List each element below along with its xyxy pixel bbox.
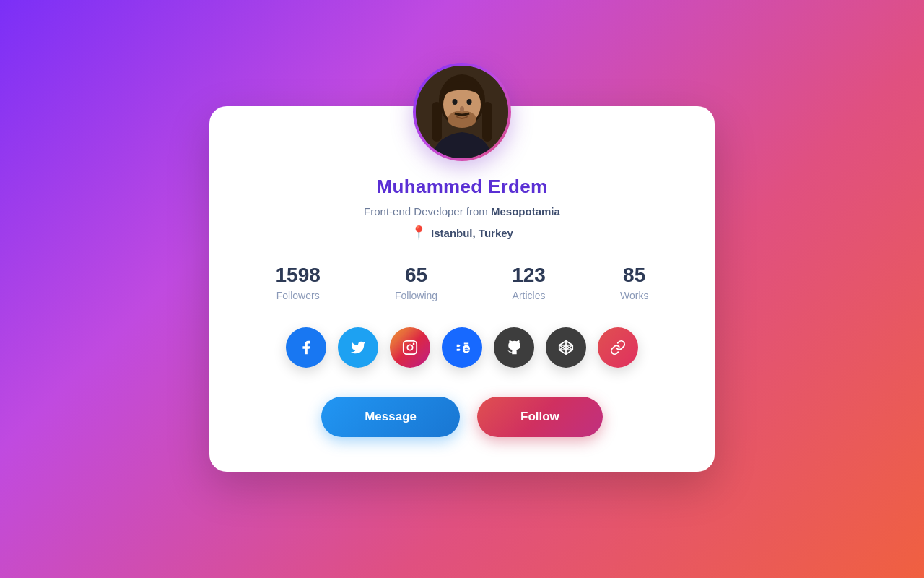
svg-point-6 bbox=[453, 99, 458, 105]
svg-rect-3 bbox=[482, 102, 492, 142]
codepen-button[interactable] bbox=[546, 327, 586, 368]
user-name: Muhammed Erdem bbox=[377, 176, 548, 198]
facebook-button[interactable] bbox=[286, 327, 326, 368]
message-button[interactable]: Message bbox=[321, 397, 460, 437]
svg-rect-9 bbox=[404, 341, 417, 354]
stat-articles: 123 Articles bbox=[512, 264, 546, 301]
avatar-wrapper bbox=[413, 63, 511, 161]
user-tagline: Front-end Developer from Mesopotamia bbox=[364, 205, 560, 217]
svg-point-8 bbox=[460, 106, 464, 112]
svg-point-11 bbox=[413, 343, 415, 345]
instagram-button[interactable] bbox=[390, 327, 430, 368]
profile-card: Muhammed Erdem Front-end Developer from … bbox=[209, 106, 715, 472]
svg-point-7 bbox=[467, 99, 472, 105]
link-button[interactable] bbox=[598, 327, 638, 368]
avatar bbox=[416, 66, 508, 158]
github-button[interactable] bbox=[494, 327, 534, 368]
user-location: 📍 Istanbul, Turkey bbox=[411, 225, 513, 241]
action-buttons: Message Follow bbox=[321, 397, 603, 437]
behance-button[interactable] bbox=[442, 327, 482, 368]
social-links bbox=[286, 327, 638, 368]
stat-following: 65 Following bbox=[395, 264, 437, 301]
stat-works: 85 Works bbox=[620, 264, 648, 301]
follow-button[interactable]: Follow bbox=[477, 397, 603, 437]
twitter-button[interactable] bbox=[338, 327, 378, 368]
stats-row: 1598 Followers 65 Following 123 Articles… bbox=[209, 264, 715, 301]
svg-point-10 bbox=[407, 345, 412, 350]
stat-followers: 1598 Followers bbox=[276, 264, 321, 301]
location-icon: 📍 bbox=[411, 225, 427, 241]
svg-rect-2 bbox=[432, 102, 442, 142]
